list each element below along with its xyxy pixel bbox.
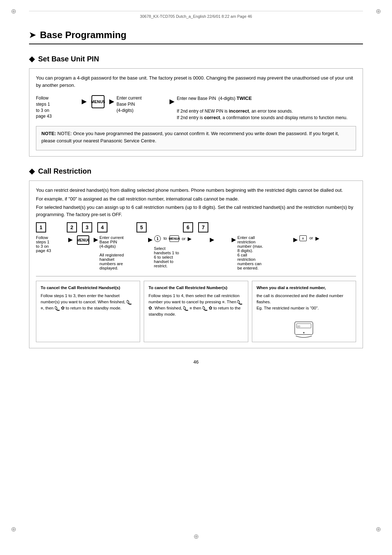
flow-desc-1: Followsteps 1to 3 onpage 43: [36, 235, 67, 253]
flow-desc-4: 1 to MENU6 or ▶ Selecthandsets 1 to6 to …: [154, 235, 208, 268]
menu6-icon: MENU6: [77, 235, 89, 245]
info-boxes-row: To cancel the Call Restricted Handset(s)…: [36, 276, 356, 342]
flow-desc-arrow-2: ▶: [94, 235, 98, 243]
tri-icon-1: ▶: [188, 236, 192, 242]
flow-arrow-3: ▶: [170, 97, 175, 105]
diamond-icon-1: ◆: [29, 54, 34, 63]
info-box-3: When you dial a restricted number, the c…: [252, 281, 356, 342]
flow-item-2: Enter currentBase PIN(4-digits): [117, 95, 167, 113]
step-box-7: 7: [198, 222, 208, 232]
flow-item-1: Followsteps 1to 3 onpage 43: [36, 95, 79, 119]
section1-note-box: NOTE: NOTE: Once you have programmed the…: [36, 126, 356, 150]
step-col-4: 4: [97, 222, 107, 232]
flow-desc-7: ≡ or ▶: [299, 235, 328, 241]
step-col-2: 2: [67, 222, 77, 232]
step-box-2: 2: [67, 222, 77, 232]
header-text: 30678_KX-TCD705 Dutch_a_English 22/6/01 …: [140, 14, 252, 19]
step-col-1: 1: [36, 222, 67, 232]
page-container: ⊕ ⊕ ⊕ ⊕ 30678_KX-TCD705 Dutch_a_English …: [0, 0, 392, 555]
handset-svg-4: [183, 306, 188, 311]
flow-desc-3-text: Enter currentBase PIN(4-digits)All regis…: [99, 235, 124, 270]
info-box-3-title: When you dial a restricted number,: [257, 285, 351, 291]
steps-number-row: 1 2 3 4 5 6 7: [36, 222, 356, 232]
flow-desc-1-text: Followsteps 1to 3 onpage 43: [36, 235, 51, 253]
info-box-3-body: the call is disconnected and the dialled…: [257, 293, 351, 338]
handset-svg-2: [55, 306, 60, 311]
device-illustration: 00: [257, 320, 351, 338]
corner-mark-tr: ⊕: [376, 7, 381, 15]
center-bottom-mark: ⊕: [193, 532, 199, 540]
info-box-1-title: To cancel the Call Restricted Handset(s): [41, 285, 135, 291]
flow-desc-icon1: MENU6: [74, 235, 92, 246]
step-col-6: 6: [183, 222, 193, 232]
corner-mark-br: ⊕: [376, 525, 381, 533]
corner-mark-bl: ⊕: [11, 525, 16, 533]
handset-svg-3: [237, 300, 242, 305]
handset-svg-1: [127, 300, 132, 305]
or-text: or: [182, 236, 185, 241]
step-col-3: 3: [82, 222, 92, 232]
flow-label-2: Enter currentBase PIN(4-digits): [117, 95, 142, 113]
main-title-arrow-icon: ➤: [29, 31, 36, 40]
corner-mark-tl: ⊕: [11, 7, 16, 15]
flow-arrow-1: ▶: [82, 97, 87, 105]
section1-intro: You can program a 4-digit password for t…: [36, 74, 356, 89]
page-header: 30678_KX-TCD705 Dutch_a_English 22/6/01 …: [29, 11, 363, 19]
flow-desc-arrow-3: ▶: [148, 235, 152, 243]
flow-arrow-2: ▶: [109, 97, 114, 105]
handset-svg-5: [203, 306, 208, 311]
flow-desc-4-text: 1 to MENU6 or ▶ Selecthandsets 1 to6 to …: [154, 236, 192, 268]
flow-desc-arrow-4: ▶: [210, 235, 214, 243]
section2-box: You can restrict desired handset(s) from…: [29, 181, 363, 348]
flow-desc-6: Enter callrestrictionnumber (max.8 digit…: [237, 235, 292, 270]
info-box-2: To cancel the Call Restricted Number(s) …: [144, 281, 248, 342]
section2-title-text: Call Restriction: [38, 167, 91, 175]
section1-title-text: Set Base Unit PIN: [38, 55, 99, 63]
flow-desc-3: Enter currentBase PIN(4-digits)All regis…: [99, 235, 147, 270]
diamond-icon-2: ◆: [29, 167, 34, 175]
svg-point-3: [303, 332, 305, 333]
section1-note-content: NOTE: Once you have programmed the passw…: [41, 131, 339, 143]
step-box-3: 3: [82, 222, 92, 232]
flow-label-1: Followsteps 1to 3 onpage 43: [36, 95, 52, 119]
main-title: ➤ Base Programming: [29, 29, 363, 44]
section2-intro2: For example, if "00" is assigned as the …: [36, 195, 356, 203]
info-box-1-body: Follow steps 1 to 3, then enter the hand…: [41, 293, 135, 312]
menu6b-icon: MENU6: [170, 235, 179, 242]
flow-item-3: Enter new Base PIN (4-digits) TWICE If 2…: [177, 95, 347, 121]
flow-desc-row: Followsteps 1to 3 onpage 43 ▶ MENU6 ▶ En…: [36, 235, 356, 270]
flow-label-3: Enter new Base PIN (4-digits) TWICE If 2…: [177, 95, 347, 121]
section2-title: ◆ Call Restriction: [29, 167, 363, 175]
menu5-icon: MENU5: [91, 95, 105, 108]
section2-intro1: You can restrict desired handset(s) from…: [36, 187, 356, 194]
phone-device-svg: 00: [289, 320, 318, 338]
flow-desc-6-text: Enter callrestrictionnumber (max.8 digit…: [237, 235, 263, 270]
section2: ◆ Call Restriction You can restrict desi…: [29, 167, 363, 348]
info-box-2-title: To cancel the Call Restricted Number(s): [148, 285, 243, 291]
info-box-2-body: Follow steps 1 to 4, then select the cal…: [148, 293, 243, 318]
section2-intro3: For selected handset(s) you can assign u…: [36, 204, 356, 218]
section1-flow: Followsteps 1to 3 onpage 43 ▶ MENU5 ▶ En…: [36, 95, 356, 121]
step-box-6: 6: [183, 222, 193, 232]
step-col-7: 7: [198, 222, 208, 232]
section1-title: ◆ Set Base Unit PIN: [29, 54, 363, 63]
step-col-5: 5: [136, 222, 147, 232]
num1-icon: 1: [154, 235, 161, 242]
flow-item-icon1: MENU5: [89, 95, 107, 108]
menu-icon-7: ≡: [299, 235, 307, 241]
section1-note-text: NOTE: NOTE: Once you have programmed the…: [41, 130, 351, 144]
step-box-4: 4: [97, 222, 107, 232]
flow-desc-arrow-6: ▶: [293, 235, 298, 243]
page-number-text: 46: [193, 359, 199, 365]
section1-box: You can program a 4-digit password for t…: [29, 68, 363, 157]
svg-text:00: 00: [297, 325, 300, 328]
flow-desc-arrow-1: ▶: [68, 235, 73, 243]
main-title-text: Base Programming: [40, 29, 126, 41]
flow-desc-7-text: ≡ or ▶: [299, 236, 319, 240]
info-box-1: To cancel the Call Restricted Handset(s)…: [36, 281, 140, 342]
step-box-1: 1: [36, 222, 46, 232]
page-number: 46: [29, 359, 363, 365]
step-box-5: 5: [136, 222, 147, 232]
flow-desc-arrow-5: ▶: [232, 235, 236, 243]
tri-icon-2: ▶: [315, 235, 319, 241]
